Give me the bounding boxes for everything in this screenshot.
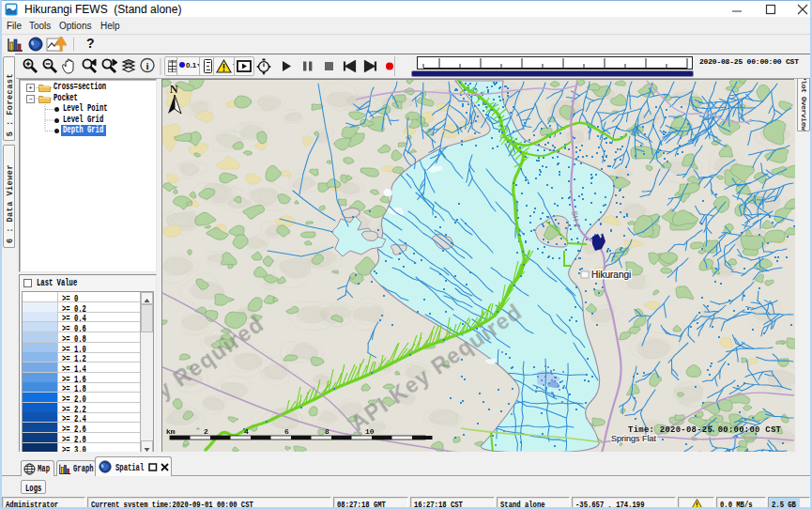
svg-text:i: i [146, 60, 148, 71]
svg-text:4: 4 [244, 427, 249, 436]
svg-text:Springs Flat: Springs Flat [611, 434, 657, 443]
svg-text:N: N [170, 83, 178, 96]
svg-text:10: 10 [365, 427, 375, 436]
svg-text:8: 8 [325, 427, 329, 436]
svg-text:km: km [166, 427, 176, 436]
svg-text:6: 6 [284, 427, 289, 436]
svg-text:2: 2 [204, 427, 208, 436]
svg-text:Hikurangi: Hikurangi [591, 270, 631, 280]
svg-text:Time: 2020-08-25 00:00:00 CST: Time: 2020-08-25 00:00:00 CST [628, 425, 782, 435]
